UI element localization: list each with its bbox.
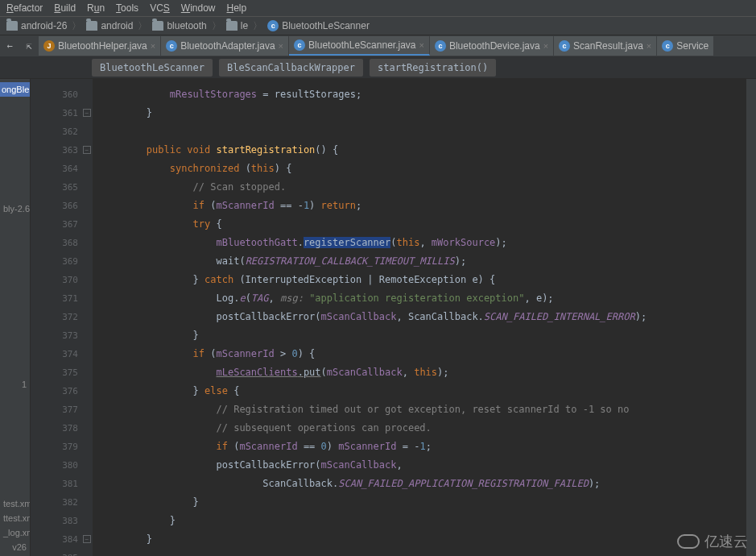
- code-line[interactable]: // Scan stopped.: [93, 178, 746, 197]
- line-number[interactable]: 373: [31, 326, 93, 345]
- editor-tab[interactable]: cService: [657, 36, 714, 56]
- line-number[interactable]: 364: [31, 160, 93, 178]
- code-line[interactable]: // subsequent operations can proceed.: [93, 419, 746, 438]
- crumb-3[interactable]: le: [226, 20, 248, 31]
- crumb-2[interactable]: bluetooth: [152, 20, 206, 31]
- line-number[interactable]: 365: [31, 178, 93, 197]
- pin-icon[interactable]: ⇱: [21, 38, 37, 54]
- tab-label: ScanResult.java: [573, 40, 643, 52]
- code-line[interactable]: try {: [93, 215, 746, 234]
- line-number[interactable]: 371: [31, 289, 93, 308]
- menu-refactor[interactable]: Refactor: [6, 2, 43, 14]
- close-icon[interactable]: ×: [279, 41, 283, 51]
- line-number[interactable]: 366: [31, 197, 93, 215]
- code-editor[interactable]: mResultStorages = resultStorages; } publ…: [93, 79, 746, 556]
- project-item[interactable]: test.xml: [0, 496, 30, 511]
- code-line[interactable]: [93, 549, 746, 556]
- code-line[interactable]: if (mScannerId > 0) {: [93, 345, 746, 363]
- code-line[interactable]: }: [93, 530, 746, 549]
- line-number[interactable]: 363−: [31, 141, 93, 160]
- project-item[interactable]: ongBle: [0, 82, 30, 97]
- navigation-breadcrumb: android-26 〉 android 〉 bluetooth 〉 le 〉 …: [0, 16, 756, 35]
- code-line[interactable]: postCallbackError(mScanCallback, ScanCal…: [93, 308, 746, 326]
- line-number[interactable]: 384−: [31, 530, 93, 549]
- code-line[interactable]: mLeScanClients.put(mScanCallback, this);: [93, 363, 746, 382]
- line-number[interactable]: 369: [31, 252, 93, 271]
- fold-icon[interactable]: −: [83, 146, 91, 154]
- editor-tab[interactable]: cBluetoothAdapter.java×: [161, 36, 289, 56]
- line-number[interactable]: 383: [31, 512, 93, 530]
- scrollbar[interactable]: [746, 79, 756, 556]
- separator-icon: 〉: [253, 19, 262, 33]
- close-icon[interactable]: ×: [419, 40, 423, 50]
- project-item[interactable]: v26: [0, 540, 30, 554]
- project-item[interactable]: _log.xm: [0, 525, 30, 540]
- close-icon[interactable]: ×: [151, 41, 155, 51]
- line-number[interactable]: 360: [31, 85, 93, 104]
- fold-icon[interactable]: −: [83, 535, 91, 543]
- line-number[interactable]: 382: [31, 493, 93, 512]
- line-number[interactable]: 379: [31, 438, 93, 456]
- code-line[interactable]: postCallbackError(mScanCallback,: [93, 456, 746, 475]
- bc-method[interactable]: startRegistration(): [370, 59, 496, 77]
- code-line[interactable]: mResultStorages = resultStorages;: [93, 85, 746, 104]
- bc-inner-class[interactable]: BleScanCallbackWrapper: [219, 59, 363, 77]
- code-line[interactable]: mBluetoothGatt.registerScanner(this, mWo…: [93, 234, 746, 252]
- code-line[interactable]: [93, 122, 746, 141]
- project-pane[interactable]: ongBle bly-2.6 1 test.xml ttest.xm _log.…: [0, 79, 31, 556]
- menu-tools[interactable]: Tools: [116, 2, 138, 14]
- code-line[interactable]: } catch (InterruptedException | RemoteEx…: [93, 271, 746, 289]
- crumb-1[interactable]: android: [86, 20, 133, 31]
- line-number[interactable]: 378: [31, 419, 93, 438]
- code-line[interactable]: if (mScannerId == 0) mScannerId = -1;: [93, 438, 746, 456]
- bc-class[interactable]: BluetoothLeScanner: [92, 59, 213, 77]
- code-line[interactable]: }: [93, 512, 746, 530]
- gutter[interactable]: 360361−362363−36436536636736836937037137…: [31, 79, 93, 556]
- code-line[interactable]: }: [93, 104, 746, 122]
- close-icon[interactable]: ×: [543, 41, 548, 51]
- menu-run[interactable]: Run: [87, 2, 105, 14]
- code-line[interactable]: Log.e(TAG, msg: "application registerati…: [93, 289, 746, 308]
- line-number[interactable]: 361−: [31, 104, 93, 122]
- editor-tab[interactable]: JBluetoothHelper.java×: [39, 36, 161, 56]
- code-line[interactable]: if (mScannerId == -1) return;: [93, 197, 746, 215]
- line-number[interactable]: 368: [31, 234, 93, 252]
- class-icon: c: [435, 40, 446, 52]
- crumb-0[interactable]: android-26: [6, 20, 67, 31]
- code-line[interactable]: wait(REGISTRATION_CALLBACK_TIMEOUT_MILLI…: [93, 252, 746, 271]
- crumb-4[interactable]: cBluetoothLeScanner: [267, 20, 370, 31]
- class-icon: c: [294, 39, 305, 51]
- code-line[interactable]: // Registration timed out or got excepti…: [93, 400, 746, 419]
- code-line[interactable]: }: [93, 326, 746, 345]
- line-number[interactable]: 370: [31, 271, 93, 289]
- line-number[interactable]: 362: [31, 122, 93, 141]
- editor-tab[interactable]: cBluetoothDevice.java×: [430, 36, 554, 56]
- line-number[interactable]: 375: [31, 363, 93, 382]
- code-line[interactable]: public void startRegistration() {: [93, 141, 746, 160]
- project-item[interactable]: ttest.xm: [0, 511, 30, 525]
- menu-build[interactable]: Build: [54, 2, 76, 14]
- line-number[interactable]: 385: [31, 549, 93, 556]
- back-icon[interactable]: ←: [2, 38, 18, 54]
- menu-vcs[interactable]: VCS: [150, 2, 170, 14]
- editor-tab[interactable]: cScanResult.java×: [554, 36, 657, 56]
- project-item[interactable]: 1: [0, 377, 30, 392]
- line-number[interactable]: 380: [31, 456, 93, 475]
- code-line[interactable]: }: [93, 493, 746, 512]
- line-number[interactable]: 374: [31, 345, 93, 363]
- menu-help[interactable]: Help: [227, 2, 247, 14]
- fold-icon[interactable]: −: [83, 109, 91, 117]
- line-number[interactable]: 376: [31, 382, 93, 400]
- code-line[interactable]: ScanCallback.SCAN_FAILED_APPLICATION_REG…: [93, 475, 746, 493]
- line-number[interactable]: 381: [31, 475, 93, 493]
- close-icon[interactable]: ×: [647, 41, 651, 51]
- line-number[interactable]: 377: [31, 400, 93, 419]
- line-number[interactable]: 372: [31, 308, 93, 326]
- tab-label: BluetoothHelper.java: [58, 40, 147, 52]
- menu-window[interactable]: Window: [181, 2, 216, 14]
- code-line[interactable]: } else {: [93, 382, 746, 400]
- code-line[interactable]: synchronized (this) {: [93, 160, 746, 178]
- line-number[interactable]: 367: [31, 215, 93, 234]
- project-item[interactable]: bly-2.6: [0, 201, 30, 216]
- editor-tab[interactable]: cBluetoothLeScanner.java×: [289, 36, 430, 56]
